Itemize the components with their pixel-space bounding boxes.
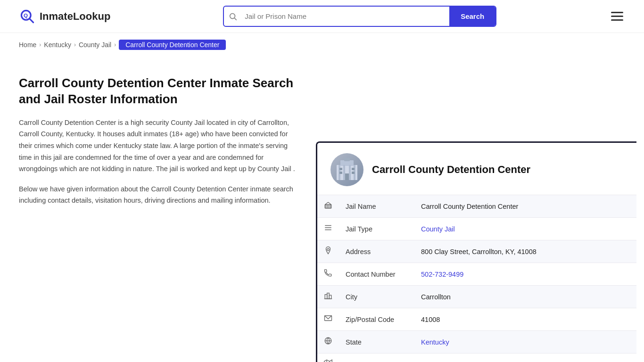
info-table: Jail Name Carroll County Detention Cente… [317, 195, 636, 362]
row-label: Jail Type [339, 218, 414, 240]
table-row: Jail Type County Jail [317, 218, 636, 240]
value-text: 800 Clay Street, Carrollton, KY, 41008 [421, 248, 537, 255]
row-value: 41008 [414, 308, 636, 331]
svg-line-19 [328, 202, 331, 205]
svg-line-4 [234, 18, 236, 20]
svg-rect-9 [343, 165, 345, 180]
left-content: Carroll County Detention Center Inmate S… [0, 57, 316, 362]
row-value[interactable]: 502-732-9499 [414, 263, 636, 286]
row-icon [317, 195, 339, 218]
search-bar: Search [223, 6, 496, 27]
table-row: City Carrollton [317, 286, 636, 308]
row-value[interactable]: Kentucky [414, 331, 636, 354]
page-title: Carroll County Detention Center Inmate S… [19, 75, 297, 107]
chevron-icon-3: › [114, 41, 116, 48]
breadcrumb-category[interactable]: County Jail [79, 41, 111, 49]
svg-rect-16 [352, 172, 355, 174]
svg-point-27 [327, 248, 330, 251]
card-title: Carroll County Detention Center [372, 164, 530, 176]
svg-rect-10 [349, 165, 351, 180]
svg-line-1 [30, 18, 33, 22]
row-icon [317, 308, 339, 331]
hamburger-menu[interactable] [609, 10, 625, 23]
svg-rect-12 [345, 173, 349, 180]
row-icon [317, 286, 339, 308]
search-icon-wrap [224, 12, 242, 21]
breadcrumb-current: Carroll County Detention Center [119, 40, 226, 50]
logo-text-part1: Inmate [40, 10, 73, 22]
header: Q InmateLookup Search [0, 0, 644, 33]
row-icon [317, 354, 339, 362]
card-header: Carroll County Detention Center [317, 143, 636, 195]
row-value: Carrollton [414, 286, 636, 308]
breadcrumb: Home › Kentucky › County Jail › Carroll … [0, 33, 644, 57]
svg-rect-7 [344, 158, 350, 161]
row-value[interactable]: County Jail [414, 218, 636, 240]
logo-text-part2: Lookup [73, 10, 110, 22]
search-input[interactable] [242, 8, 449, 25]
row-label: Jail Name [339, 195, 414, 218]
building-icon [333, 156, 361, 184]
svg-rect-30 [329, 295, 331, 299]
row-icon [317, 331, 339, 354]
chevron-icon-2: › [74, 41, 76, 48]
row-label: Address [339, 240, 414, 263]
value-text: Carroll County Detention Center [421, 203, 518, 210]
svg-marker-35 [324, 360, 332, 362]
logo-icon: Q [19, 8, 36, 25]
row-icon [317, 263, 339, 286]
svg-line-18 [325, 202, 328, 205]
svg-rect-14 [352, 168, 355, 170]
table-row: State Kentucky [317, 331, 636, 354]
breadcrumb-state[interactable]: Kentucky [44, 41, 71, 49]
description-1: Carroll County Detention Center is a hig… [19, 117, 297, 175]
table-row: Jail Name Carroll County Detention Cente… [317, 195, 636, 218]
row-label: State [339, 331, 414, 354]
row-label: Contact Number [339, 263, 414, 286]
table-row: Zip/Postal Code 41008 [317, 308, 636, 331]
value-text: Carrollton [421, 293, 451, 301]
table-row: Address 800 Clay Street, Carrollton, KY,… [317, 240, 636, 263]
value-link[interactable]: Kentucky [421, 338, 449, 346]
row-value: 800 Clay Street, Carrollton, KY, 41008 [414, 240, 636, 263]
row-value: Carroll County Detention Center [414, 195, 636, 218]
table-row: County Carroll County [317, 354, 636, 362]
svg-rect-13 [339, 168, 342, 170]
search-button[interactable]: Search [449, 7, 495, 26]
chevron-icon-1: › [39, 41, 41, 48]
breadcrumb-home[interactable]: Home [19, 41, 36, 49]
facility-image [330, 153, 363, 186]
description-2: Below we have given information about th… [19, 183, 297, 206]
value-text: 41008 [421, 316, 440, 323]
main-content: Carroll County Detention Center Inmate S… [0, 57, 644, 362]
row-label: Zip/Postal Code [339, 308, 414, 331]
row-label: County [339, 354, 414, 362]
value-link[interactable]: 502-732-9499 [421, 271, 463, 278]
row-value: Carroll County [414, 354, 636, 362]
row-icon [317, 218, 339, 240]
logo[interactable]: Q InmateLookup [19, 8, 110, 25]
svg-text:Q: Q [24, 12, 28, 18]
row-label: City [339, 286, 414, 308]
facility-card: Carroll County Detention Center Jail Nam… [316, 141, 636, 362]
logo-text: InmateLookup [40, 10, 110, 23]
table-row: Contact Number 502-732-9499 [317, 263, 636, 286]
value-link[interactable]: County Jail [421, 225, 455, 233]
search-icon [229, 12, 237, 21]
row-icon [317, 240, 339, 263]
svg-rect-15 [339, 172, 342, 174]
